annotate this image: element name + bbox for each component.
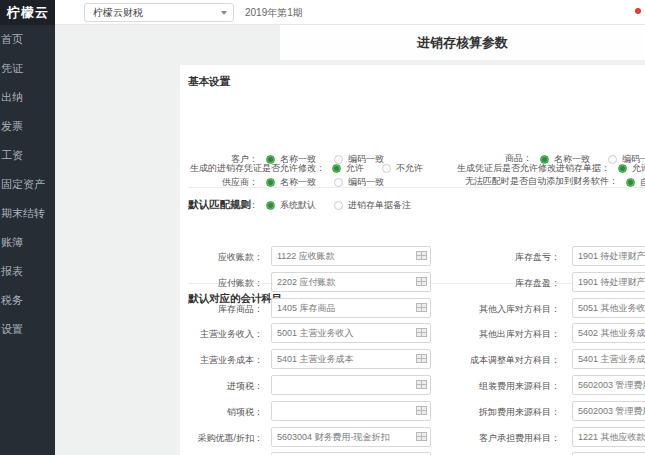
account-field-label: 主营业务收入： (188, 328, 263, 341)
matching-rule-radios: 名称一致编码一致 (266, 151, 402, 166)
matching-rule-label: 无法匹配时是否自动添加到财务软件： (465, 175, 618, 188)
account-input[interactable]: 1901 待处理财产损溢 (572, 246, 645, 266)
sidebar-item[interactable]: 出纳 (0, 83, 55, 112)
account-field-label: 采购优惠/折扣： (188, 432, 263, 445)
sidebar-item[interactable]: 凭证 (0, 54, 55, 83)
notification-dot[interactable] (635, 8, 641, 14)
account-input-value: 5602003 管理费用-办 (578, 376, 645, 395)
radio-option-label: 名称一致 (280, 176, 316, 189)
account-input-value: 5602003 管理费用-办 (578, 402, 645, 421)
radio-option[interactable]: 自动添加 (626, 176, 645, 189)
account-input[interactable]: 5603004 财务费用-现金折扣 (271, 427, 431, 447)
radio-option-label: 名称一致 (280, 153, 316, 166)
radio-option-label: 名称一致 (554, 153, 590, 166)
radio-option[interactable]: 名称一致 (540, 153, 590, 166)
company-select[interactable]: 柠檬云财税 (84, 3, 234, 22)
sidebar-nav: 首页凭证出纳发票工资固定资产期末结转账簿报表税务设置 (0, 25, 55, 455)
radio-selected-icon[interactable] (266, 155, 275, 164)
company-select-value: 柠檬云财税 (93, 7, 143, 18)
account-field-label: 其他出库对方科目： (420, 328, 560, 341)
account-input-value: 1405 库存商品 (277, 299, 336, 318)
matching-rule-radios: 系统默认进销存单据备注 (266, 197, 429, 212)
account-field-label: 应付账款： (188, 277, 263, 290)
radio-option-label: 进销存单据备注 (348, 199, 411, 212)
sidebar-item[interactable]: 设置 (0, 315, 55, 344)
account-input-value: 1221 其他应收款 (578, 428, 645, 447)
page-title: 进销存核算参数 (280, 25, 645, 60)
section-heading-basic: 基本设置 (188, 75, 230, 89)
radio-option[interactable]: 编码一致 (608, 153, 645, 166)
radio-option[interactable]: 进销存单据备注 (334, 199, 411, 212)
sidebar-item[interactable]: 固定资产 (0, 170, 55, 199)
radio-option[interactable]: 编码一致 (334, 153, 384, 166)
account-input-value: 1901 待处理财产损溢 (578, 273, 645, 292)
radio-option[interactable]: 系统默认 (266, 199, 316, 212)
matching-rule-radios: 名称一致编码一致 (266, 174, 402, 189)
account-input[interactable]: 5401 主营业务成本 (572, 349, 645, 369)
matching-rule-label: 供应商： (188, 176, 258, 189)
radio-unselected-icon[interactable] (334, 155, 343, 164)
account-input[interactable]: 1901 待处理财产损溢 (572, 272, 645, 292)
radio-option-label: 编码一致 (622, 153, 645, 166)
radio-option-label: 编码一致 (348, 176, 384, 189)
app-window: 柠檬云 柠檬云财税 2019年第1期 首页凭证出纳发票工资固定资产期末结转账簿报… (0, 0, 645, 455)
account-field-label: 库存盘盈： (420, 277, 560, 290)
account-input[interactable]: 5051 其他业务收入 (572, 298, 645, 318)
radio-option[interactable]: 编码一致 (334, 176, 384, 189)
account-input[interactable]: 1405 库存商品 (271, 298, 431, 318)
account-input[interactable]: 5602003 管理费用-办 (572, 401, 645, 421)
account-input-value: 5051 其他业务收入 (578, 299, 645, 318)
account-field-label: 应收账款： (188, 251, 263, 264)
account-input-value: 1122 应收账款 (277, 247, 335, 266)
settings-card: 基本设置 生成的进销存凭证是否允许修改：允许不允许生成凭证后是否允许修改进销存单… (180, 65, 645, 455)
account-input-value: 5001 主营业务收入 (277, 324, 354, 343)
topbar: 柠檬云 柠檬云财税 2019年第1期 (0, 0, 645, 25)
account-field-label: 库存商品： (188, 303, 263, 316)
account-field-label: 拆卸费用来源科目： (420, 406, 560, 419)
account-input[interactable]: 5401 主营业务成本 (271, 349, 431, 369)
account-input-value: 5401 主营业务成本 (578, 350, 645, 369)
radio-option[interactable]: 名称一致 (266, 153, 316, 166)
account-input-value: 2202 应付账款 (277, 273, 336, 292)
account-input-value: 5401 主营业务成本 (277, 350, 354, 369)
sidebar-item[interactable]: 期末结转 (0, 199, 55, 228)
account-input[interactable]: 5402 其他业务成本 (572, 323, 645, 343)
sidebar-item[interactable]: 工资 (0, 141, 55, 170)
title-band: 进销存核算参数 (280, 25, 645, 60)
account-input-value: 5402 其他业务成本 (578, 324, 645, 343)
account-input[interactable]: 2202 应付账款 (271, 272, 431, 292)
radio-selected-icon[interactable] (266, 201, 275, 210)
radio-option-label: 系统默认 (280, 199, 316, 212)
account-input[interactable]: 5001 主营业务收入 (271, 323, 431, 343)
radio-option-label: 编码一致 (348, 153, 384, 166)
account-input[interactable] (271, 401, 431, 421)
radio-unselected-icon[interactable] (334, 201, 343, 210)
account-field-label: 成本调整单对方科目： (420, 354, 560, 367)
sidebar-item[interactable]: 首页 (0, 25, 55, 54)
account-input-value: 5603004 财务费用-现金折扣 (277, 428, 390, 447)
account-field-label: 主营业务成本： (188, 354, 263, 367)
radio-unselected-icon[interactable] (608, 155, 617, 164)
matching-rule-label: 摘要： (188, 199, 258, 212)
account-input[interactable]: 1221 其他应收款 (572, 427, 645, 447)
radio-selected-icon[interactable] (540, 155, 549, 164)
radio-option[interactable]: 名称一致 (266, 176, 316, 189)
sidebar-item[interactable]: 发票 (0, 112, 55, 141)
account-input[interactable] (271, 375, 431, 395)
account-field-label: 客户承担费用科目： (420, 432, 560, 445)
radio-unselected-icon[interactable] (334, 178, 343, 187)
radio-selected-icon[interactable] (266, 178, 275, 187)
account-input[interactable]: 5602003 管理费用-办 (572, 375, 645, 395)
radio-selected-icon[interactable] (626, 178, 635, 187)
sidebar-item[interactable]: 账簿 (0, 228, 55, 257)
sidebar-item[interactable]: 报表 (0, 257, 55, 286)
accounting-period: 2019年第1期 (245, 0, 303, 25)
account-field-label: 其他入库对方科目： (420, 303, 560, 316)
matching-rule-label: 商品： (505, 152, 532, 165)
account-input-value: 1901 待处理财产损溢 (578, 247, 645, 266)
account-field-label: 组装费用来源科目： (420, 380, 560, 393)
matching-rule-radios: 无法匹配时是否自动添加到财务软件：自动添加 (465, 174, 645, 189)
account-input[interactable]: 1122 应收账款 (271, 246, 431, 266)
account-field-label: 库存盘亏： (420, 251, 560, 264)
sidebar-item[interactable]: 税务 (0, 286, 55, 315)
